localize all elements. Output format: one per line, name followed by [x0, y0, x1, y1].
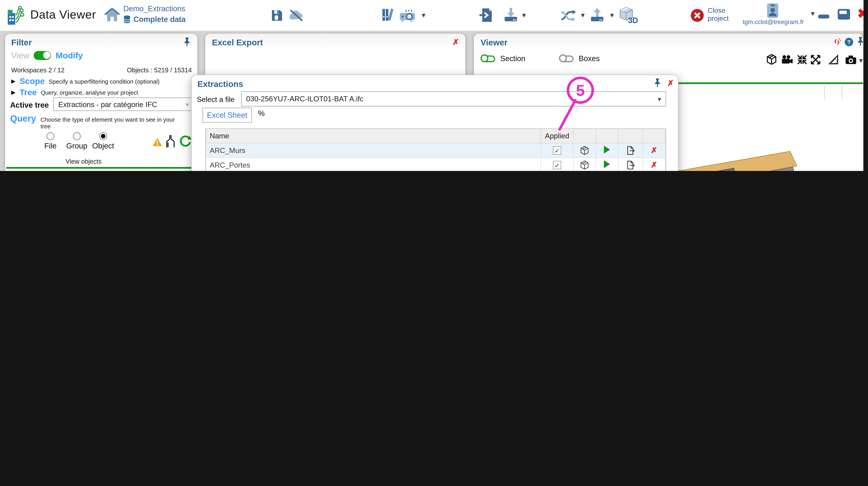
- projector-dropdown-caret-icon[interactable]: ▼: [421, 12, 427, 19]
- 3d-model-view[interactable]: [678, 140, 863, 171]
- transform-icon[interactable]: [561, 9, 577, 22]
- import-file-icon[interactable]: [479, 8, 493, 23]
- radio-label: Group: [66, 142, 87, 150]
- warning-icon: [152, 137, 162, 147]
- excel-export-close-icon[interactable]: ✗: [453, 38, 459, 46]
- radio-file[interactable]: File: [37, 132, 63, 150]
- workspaces-count: Workspaces 2 / 12: [11, 67, 64, 73]
- filter-panel-title: Filter: [11, 37, 32, 47]
- active-tree-select[interactable]: Extractions - par catégorie IFC ˅: [53, 98, 193, 111]
- cloud-offline-icon[interactable]: [288, 9, 304, 22]
- filter-active-indicator: [6, 167, 196, 169]
- radio-object[interactable]: Object: [90, 132, 116, 150]
- upload-dropdown-caret-icon[interactable]: ▼: [609, 12, 615, 19]
- help-icon[interactable]: ?: [844, 37, 854, 46]
- tab-excel-sheet[interactable]: Excel Sheet: [203, 108, 252, 123]
- active-tree-value: Extractions - par catégorie IFC: [58, 100, 157, 108]
- tree-description: Query, organize, analyse your project: [41, 89, 138, 96]
- maximize-button[interactable]: [838, 9, 850, 20]
- export-extraction-icon[interactable]: [618, 158, 643, 171]
- 3d-label: 3D: [628, 16, 638, 25]
- selected-file-value: 030-256YU7-ARC-ILOT01-BAT A.ifc: [246, 95, 363, 103]
- radio-dot-icon[interactable]: [46, 132, 55, 140]
- download-dropdown-caret-icon[interactable]: ▼: [521, 12, 527, 19]
- boxes-toggle[interactable]: [559, 54, 574, 63]
- dataset-name[interactable]: Complete data: [133, 15, 185, 24]
- view-3d-icon[interactable]: [573, 158, 596, 171]
- run-extraction-icon[interactable]: [604, 145, 610, 153]
- applied-checkbox[interactable]: ✓: [553, 161, 561, 169]
- viewer-title: Viewer: [480, 37, 507, 47]
- radio-dot-icon[interactable]: [73, 132, 81, 140]
- cube-view-icon[interactable]: [766, 54, 777, 65]
- app-logo-icon: [5, 4, 27, 26]
- section-toggle[interactable]: [480, 54, 496, 63]
- extraction-row[interactable]: ARC_Portes✓✗: [206, 158, 665, 171]
- tab-percent[interactable]: %: [258, 109, 265, 118]
- pin-icon[interactable]: [183, 37, 191, 47]
- view-objects-label: View objects: [5, 158, 162, 165]
- app-title: Data Viewer: [30, 8, 96, 21]
- tree-row[interactable]: ▼<All>52382: [6, 170, 189, 171]
- scope-section-label[interactable]: Scope: [20, 76, 45, 86]
- library-icon[interactable]: [382, 8, 395, 22]
- zoom-fit-icon[interactable]: [797, 55, 807, 65]
- svg-text:?: ?: [847, 39, 850, 45]
- camera-path-icon[interactable]: [781, 55, 794, 64]
- export-3d-icon[interactable]: 3D: [618, 6, 638, 25]
- transform-dropdown-caret-icon[interactable]: ▼: [580, 12, 586, 19]
- unlink-icon[interactable]: [833, 38, 841, 46]
- applied-checkbox[interactable]: ✓: [553, 146, 561, 154]
- projector-icon[interactable]: [399, 9, 416, 22]
- column-header-name[interactable]: Name: [206, 129, 541, 143]
- query-description: Choose the type of element you want to s…: [40, 116, 186, 129]
- column-header-applied[interactable]: Applied: [541, 129, 573, 143]
- filter-panel: Filter View Modify Workspaces 2 / 12 Obj…: [5, 34, 197, 171]
- top-toolbar: Data Viewer Demo_Extractions Complete da…: [0, 0, 868, 31]
- user-badge-icon[interactable]: [766, 3, 779, 19]
- home-icon[interactable]: [104, 7, 120, 23]
- database-icon: [123, 15, 131, 24]
- modal-pin-icon[interactable]: [654, 78, 661, 88]
- view-modify-toggle[interactable]: [34, 51, 51, 60]
- excel-export-title: Excel Export: [212, 37, 263, 47]
- radio-group[interactable]: Group: [64, 132, 90, 150]
- tree-section-label[interactable]: Tree: [20, 87, 37, 97]
- zoom-extents-icon[interactable]: [810, 55, 821, 65]
- measure-icon[interactable]: [828, 55, 839, 65]
- save-icon[interactable]: [271, 9, 283, 22]
- refresh-icon[interactable]: [179, 134, 192, 147]
- export-extraction-icon[interactable]: [618, 143, 643, 158]
- screenshot-caret-icon[interactable]: ▼: [858, 57, 863, 64]
- run-extraction-icon[interactable]: [604, 160, 610, 168]
- radio-label: File: [44, 142, 57, 150]
- modify-label[interactable]: Modify: [56, 51, 83, 60]
- project-name[interactable]: Demo_Extractions: [123, 4, 185, 13]
- ifc-tree-list: ▼<All>52382File10IfcBuilding10IfcBuildin…: [6, 170, 196, 171]
- section-label: Section: [500, 55, 525, 63]
- extraction-row[interactable]: ARC_Murs✓✗: [206, 143, 665, 158]
- file-select[interactable]: 030-256YU7-ARC-ILOT01-BAT A.ifc ▼: [241, 91, 666, 106]
- tree-expand-caret-icon[interactable]: ▶: [11, 89, 16, 95]
- upload-icon[interactable]: [590, 7, 604, 23]
- view-3d-icon[interactable]: [573, 143, 596, 158]
- close-project-button[interactable]: Closeproject: [708, 7, 729, 23]
- scope-expand-caret-icon[interactable]: ▶: [11, 78, 16, 84]
- download-setup-icon[interactable]: [503, 7, 518, 23]
- screen-edge: [864, 0, 868, 171]
- viewer-pin-icon[interactable]: [857, 36, 863, 46]
- minimize-button[interactable]: [818, 14, 829, 19]
- tree-structure-icon[interactable]: [164, 134, 177, 148]
- user-email: tgm.cclot@treegram.fr: [738, 19, 809, 25]
- extractions-title: Extractions: [197, 79, 243, 89]
- close-project-icon[interactable]: [690, 8, 704, 23]
- query-section-label: Query: [10, 114, 36, 124]
- radio-dot-icon[interactable]: [99, 132, 107, 140]
- delete-extraction-icon[interactable]: ✗: [651, 145, 657, 154]
- objects-count: Objects : 5219 / 15314: [127, 67, 192, 73]
- view-label[interactable]: View: [11, 51, 29, 60]
- screenshot-icon[interactable]: [845, 55, 857, 64]
- modal-close-icon[interactable]: ✗: [667, 79, 674, 87]
- user-dropdown-caret-icon[interactable]: ▼: [810, 10, 816, 17]
- delete-extraction-icon[interactable]: ✗: [651, 160, 657, 169]
